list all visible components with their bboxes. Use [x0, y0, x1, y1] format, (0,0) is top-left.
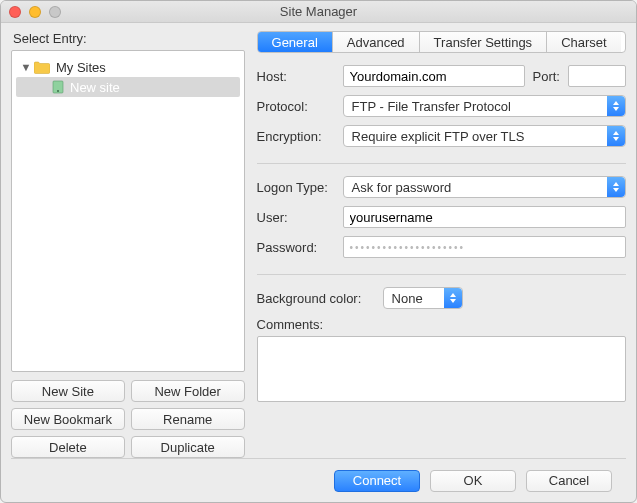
- titlebar: Site Manager: [1, 1, 636, 23]
- separator: [257, 163, 626, 164]
- folder-icon: [34, 61, 50, 74]
- logon-type-select[interactable]: Ask for password: [343, 176, 626, 198]
- comments-label: Comments:: [257, 317, 626, 332]
- new-folder-button[interactable]: New Folder: [131, 380, 245, 402]
- cancel-button[interactable]: Cancel: [526, 470, 612, 492]
- entry-buttons: New Site New Folder New Bookmark Rename …: [11, 380, 245, 458]
- updown-icon: [607, 177, 625, 197]
- encryption-select[interactable]: Require explicit FTP over TLS: [343, 125, 626, 147]
- background-color-label: Background color:: [257, 291, 375, 306]
- site-manager-window: Site Manager Select Entry: ▼ My Sites: [0, 0, 637, 503]
- port-label: Port:: [533, 69, 560, 84]
- user-label: User:: [257, 210, 335, 225]
- tree-item-label: New site: [70, 80, 120, 95]
- tab-advanced[interactable]: Advanced: [333, 32, 420, 52]
- new-bookmark-button[interactable]: New Bookmark: [11, 408, 125, 430]
- comments-textarea[interactable]: [257, 336, 626, 402]
- updown-icon: [444, 288, 462, 308]
- ok-button[interactable]: OK: [430, 470, 516, 492]
- updown-icon: [607, 126, 625, 146]
- protocol-select[interactable]: FTP - File Transfer Protocol: [343, 95, 626, 117]
- encryption-label: Encryption:: [257, 129, 335, 144]
- settings-panel: General Advanced Transfer Settings Chars…: [257, 29, 626, 458]
- tab-charset[interactable]: Charset: [547, 32, 621, 52]
- tab-transfer-settings[interactable]: Transfer Settings: [420, 32, 548, 52]
- tree-item-new-site[interactable]: New site: [16, 77, 240, 97]
- minimize-icon[interactable]: [29, 6, 41, 18]
- dialog-footer: Connect OK Cancel: [11, 458, 626, 502]
- site-tree[interactable]: ▼ My Sites New site: [11, 50, 245, 372]
- tab-general[interactable]: General: [258, 32, 333, 52]
- tree-folder-my-sites[interactable]: ▼ My Sites: [16, 57, 240, 77]
- traffic-lights: [9, 6, 61, 18]
- updown-icon: [607, 96, 625, 116]
- disclosure-triangle-icon[interactable]: ▼: [20, 61, 32, 73]
- logon-type-label: Logon Type:: [257, 180, 335, 195]
- close-icon[interactable]: [9, 6, 21, 18]
- background-color-value: None: [392, 291, 423, 306]
- password-mask: •••••••••••••••••••••: [350, 242, 466, 253]
- logon-type-value: Ask for password: [352, 180, 452, 195]
- zoom-icon[interactable]: [49, 6, 61, 18]
- delete-button[interactable]: Delete: [11, 436, 125, 458]
- protocol-label: Protocol:: [257, 99, 335, 114]
- port-input[interactable]: [568, 65, 626, 87]
- user-input[interactable]: [343, 206, 626, 228]
- settings-tabs: General Advanced Transfer Settings Chars…: [257, 31, 626, 53]
- tree-folder-label: My Sites: [56, 60, 106, 75]
- separator: [257, 274, 626, 275]
- host-label: Host:: [257, 69, 335, 84]
- window-title: Site Manager: [1, 4, 636, 19]
- protocol-value: FTP - File Transfer Protocol: [352, 99, 511, 114]
- host-input[interactable]: [343, 65, 525, 87]
- general-form: Host: Port: Protocol: FTP - File Transfe…: [257, 65, 626, 405]
- duplicate-button[interactable]: Duplicate: [131, 436, 245, 458]
- select-entry-label: Select Entry:: [13, 31, 245, 46]
- svg-point-1: [57, 90, 59, 92]
- entry-panel: Select Entry: ▼ My Sites New site: [11, 29, 245, 458]
- encryption-value: Require explicit FTP over TLS: [352, 129, 525, 144]
- password-input[interactable]: •••••••••••••••••••••: [343, 236, 626, 258]
- background-color-select[interactable]: None: [383, 287, 463, 309]
- password-label: Password:: [257, 240, 335, 255]
- new-site-button[interactable]: New Site: [11, 380, 125, 402]
- server-icon: [52, 80, 64, 94]
- connect-button[interactable]: Connect: [334, 470, 420, 492]
- rename-button[interactable]: Rename: [131, 408, 245, 430]
